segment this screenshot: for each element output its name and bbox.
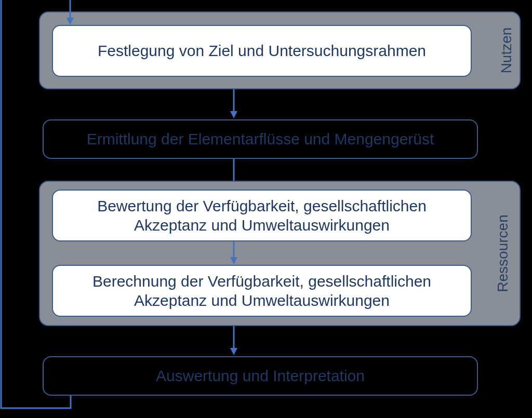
box-goal-scope: Festlegung von Ziel und Untersuchungsrah… xyxy=(52,25,472,77)
box-interpretation-text: Auswertung und Interpretation xyxy=(156,366,365,386)
box-assessment-text: Bewertung der Verfügbarkeit, gesellschaf… xyxy=(63,196,460,235)
group-label-nutzen: Nutzen xyxy=(499,28,515,74)
box-interpretation: Auswertung und Interpretation xyxy=(43,356,478,396)
svg-marker-7 xyxy=(230,257,237,264)
box-elementary-flows-text: Ermittlung der Elementarflüsse und Menge… xyxy=(87,129,434,149)
arrow-3-4 xyxy=(226,241,242,265)
group-label-ressourcen: Ressourcen xyxy=(494,214,511,292)
box-assessment: Bewertung der Verfügbarkeit, gesellschaf… xyxy=(52,190,472,241)
arrow-1-2 xyxy=(226,89,242,119)
svg-marker-3 xyxy=(230,111,237,118)
box-elementary-flows: Ermittlung der Elementarflüsse und Menge… xyxy=(43,119,478,159)
svg-marker-9 xyxy=(230,348,237,355)
box-goal-scope-text: Festlegung von Ziel und Untersuchungsrah… xyxy=(98,41,426,61)
box-calculation-text: Berechnung der Verfügbarkeit, gesellscha… xyxy=(63,272,460,311)
arrow-4-5 xyxy=(226,326,242,356)
arrow-feedback-loop xyxy=(0,0,102,418)
box-calculation: Berechnung der Verfügbarkeit, gesellscha… xyxy=(52,265,472,317)
